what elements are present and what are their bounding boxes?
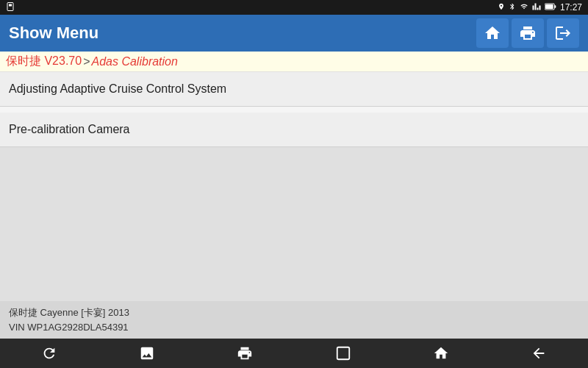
print-icon xyxy=(519,24,537,42)
time-display: 17:27 xyxy=(560,2,582,13)
battery-icon xyxy=(545,3,556,12)
breadcrumb-separator: > xyxy=(83,55,90,68)
header-actions xyxy=(476,18,579,48)
breadcrumb: 保时捷 V23.70 > Adas Calibration xyxy=(0,52,588,72)
exit-button[interactable] xyxy=(547,18,579,48)
menu-item-1[interactable]: Adjusting Adaptive Cruise Control System xyxy=(0,72,588,107)
sim-icon xyxy=(6,2,15,13)
nav-recents-button[interactable] xyxy=(325,340,362,367)
home-icon xyxy=(484,24,501,42)
breadcrumb-brand: 保时捷 V23.70 xyxy=(6,54,82,69)
vehicle-name: 保时捷 Cayenne [卡宴] 2013 xyxy=(9,305,579,320)
svg-rect-0 xyxy=(7,3,13,11)
nav-home-icon xyxy=(433,345,449,361)
gallery-icon xyxy=(139,345,155,361)
wifi-icon xyxy=(520,3,528,12)
list-gap-1 xyxy=(0,107,588,113)
recents-icon xyxy=(335,345,351,361)
nav-refresh-button[interactable] xyxy=(31,340,68,367)
exit-icon xyxy=(554,24,572,42)
svg-rect-5 xyxy=(337,347,349,360)
breadcrumb-current: Adas Calibration xyxy=(92,55,178,68)
footer-info: 保时捷 Cayenne [卡宴] 2013 VIN WP1AG2928DLA54… xyxy=(0,301,588,339)
print-button[interactable] xyxy=(512,18,544,48)
refresh-icon xyxy=(41,345,57,361)
nav-bar xyxy=(0,339,588,368)
back-icon xyxy=(531,345,547,361)
app-header: Show Menu xyxy=(0,15,588,52)
signal-icon xyxy=(532,2,541,13)
svg-rect-3 xyxy=(554,5,556,7)
nav-back-button[interactable] xyxy=(520,340,557,367)
bluetooth-icon xyxy=(509,2,516,13)
vehicle-vin: VIN WP1AG2928DLA54391 xyxy=(9,320,579,335)
nav-print-icon xyxy=(237,345,253,361)
status-bar-left xyxy=(6,2,15,13)
nav-print-button[interactable] xyxy=(226,340,263,367)
home-button[interactable] xyxy=(476,18,509,48)
location-icon xyxy=(498,2,505,13)
nav-gallery-button[interactable] xyxy=(129,340,165,367)
svg-rect-4 xyxy=(545,4,553,9)
menu-item-2[interactable]: Pre-calibration Camera xyxy=(0,113,588,147)
status-bar: 17:27 xyxy=(0,0,588,15)
page-title: Show Menu xyxy=(9,24,98,43)
menu-list: Adjusting Adaptive Cruise Control System… xyxy=(0,72,588,147)
status-bar-right: 17:27 xyxy=(498,2,582,13)
nav-home-button[interactable] xyxy=(423,340,459,367)
svg-rect-1 xyxy=(9,4,12,7)
